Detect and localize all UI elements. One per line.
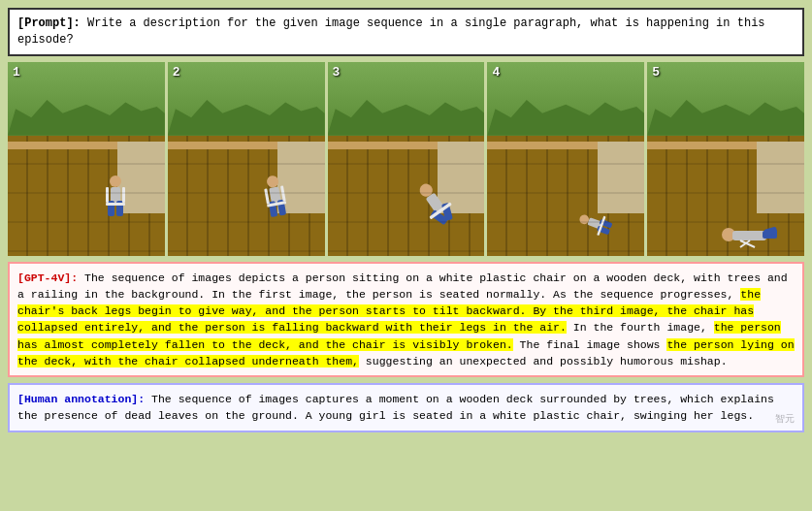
person-icon-4 bbox=[570, 195, 624, 254]
prompt-label: [Prompt]: bbox=[17, 16, 81, 30]
image-number-1: 1 bbox=[13, 65, 20, 80]
svg-rect-22 bbox=[599, 219, 612, 229]
image-number-4: 4 bbox=[492, 65, 500, 80]
gpt-text-before3: The final image shows bbox=[513, 338, 667, 351]
svg-rect-27 bbox=[763, 227, 777, 237]
prompt-box: [Prompt]: Write a description for the gi… bbox=[8, 8, 804, 56]
svg-rect-13 bbox=[280, 185, 286, 201]
svg-rect-4 bbox=[106, 203, 125, 206]
svg-rect-21 bbox=[597, 226, 610, 236]
svg-line-28 bbox=[740, 240, 755, 247]
image-number-3: 3 bbox=[333, 65, 341, 80]
svg-rect-2 bbox=[108, 201, 114, 216]
svg-rect-26 bbox=[763, 231, 777, 239]
human-label: [Human annotation]: bbox=[17, 393, 145, 405]
svg-rect-15 bbox=[426, 192, 445, 214]
gpt-text-end: suggesting an unexpected and possibly hu… bbox=[359, 355, 728, 367]
image-number-2: 2 bbox=[173, 65, 180, 80]
svg-rect-5 bbox=[106, 187, 109, 203]
image-frame-1: 1 bbox=[8, 62, 165, 256]
person-icon-3 bbox=[406, 172, 468, 238]
gpt-text-before1: The sequence of images depicts a person … bbox=[17, 271, 788, 301]
person-icon-1 bbox=[101, 174, 130, 222]
image-frame-5: 5 bbox=[647, 62, 804, 256]
prompt-text: Write a description for the given image … bbox=[17, 16, 765, 47]
svg-rect-6 bbox=[122, 187, 125, 203]
svg-rect-12 bbox=[264, 188, 270, 204]
svg-rect-18 bbox=[430, 202, 453, 219]
svg-point-14 bbox=[417, 181, 435, 199]
svg-rect-17 bbox=[441, 203, 453, 221]
svg-rect-1 bbox=[111, 187, 120, 205]
image-frame-3: 3 bbox=[328, 62, 485, 256]
svg-rect-10 bbox=[277, 199, 287, 215]
svg-rect-23 bbox=[597, 216, 605, 236]
image-number-5: 5 bbox=[652, 65, 660, 80]
gpt-box: [GPT-4V]: The sequence of images depicts… bbox=[8, 262, 804, 378]
svg-rect-16 bbox=[431, 209, 449, 225]
svg-point-19 bbox=[578, 213, 590, 225]
gpt-text-middle: In the fourth image, bbox=[567, 321, 714, 334]
image-frame-2: 2 bbox=[168, 62, 325, 256]
svg-rect-8 bbox=[269, 186, 281, 205]
gpt-label: [GPT-4V]: bbox=[17, 271, 78, 284]
svg-rect-25 bbox=[732, 231, 766, 240]
svg-rect-20 bbox=[587, 217, 602, 229]
svg-line-29 bbox=[740, 240, 750, 247]
image-strip: 1 2 bbox=[8, 62, 804, 256]
svg-rect-9 bbox=[269, 201, 278, 217]
svg-rect-3 bbox=[116, 201, 123, 216]
image-frame-4: 4 bbox=[487, 62, 644, 256]
svg-point-24 bbox=[722, 228, 735, 241]
svg-point-7 bbox=[266, 175, 279, 188]
svg-point-0 bbox=[110, 176, 121, 187]
watermark: 智元 bbox=[775, 412, 795, 427]
person-icon-5 bbox=[721, 225, 789, 249]
person-icon-2 bbox=[257, 172, 294, 224]
svg-rect-11 bbox=[267, 201, 286, 207]
human-box: [Human annotation]: The sequence of imag… bbox=[8, 383, 804, 432]
